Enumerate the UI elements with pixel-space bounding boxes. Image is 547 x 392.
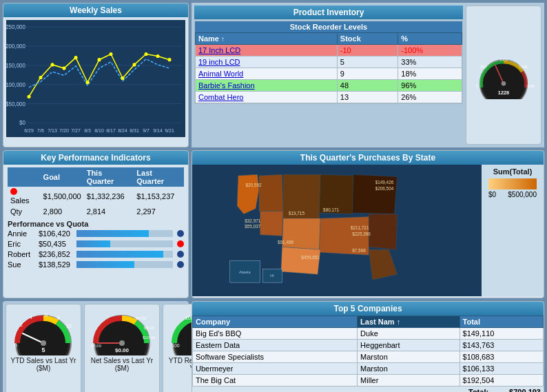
col-name[interactable]: Name ↑: [196, 33, 338, 45]
svg-text:$149,426: $149,426: [375, 180, 394, 185]
top5-title: Top 5 Companies: [192, 302, 544, 316]
svg-text:$200,000: $200,000: [6, 43, 25, 50]
weekly-sales-title: Weekly Sales: [3, 3, 188, 17]
svg-text:$211,721: $211,721: [351, 225, 369, 230]
svg-point-35: [145, 52, 148, 56]
top5-col-lastname[interactable]: Last Nam ↑: [358, 316, 460, 328]
top5-cell-total: $106,133: [460, 363, 543, 375]
perf-bar: [76, 261, 134, 268]
legend-color-bar: [488, 178, 537, 189]
table-row: Eastern DataHeggenbart$143,763: [193, 340, 544, 351]
svg-point-28: [63, 66, 66, 70]
gauge-net-sales-svg: $0.00 $4.00 $8.00 $10.00 $0.00: [87, 307, 156, 355]
inv-row-name[interactable]: 19 inch LCD: [196, 56, 338, 68]
top5-col-total[interactable]: Total: [460, 316, 543, 328]
svg-text:$50,000: $50,000: [6, 101, 25, 107]
perf-value: $106,420: [39, 229, 76, 238]
kpi-sales-thisq: $1,332,236: [84, 187, 134, 206]
inv-row-name[interactable]: 17 Inch LCD: [196, 45, 338, 56]
svg-point-32: [110, 52, 113, 56]
svg-text:100: 100: [172, 343, 180, 348]
top5-cell-company: The Big Cat: [193, 375, 358, 386]
kpi-title: Key Performance Indicators: [3, 151, 188, 165]
gauge-ytd-sales: 0 2 4 6 8 10 5 YTD Sales vs Last Yr ($M): [6, 304, 81, 392]
performance-rows: Annie $106,420 Eric $50,435 Robert $236,…: [8, 229, 184, 269]
kpi-content: Goal This Quarter Last Quarter Sales $1,…: [3, 165, 188, 274]
svg-text:6: 6: [45, 313, 48, 318]
svg-text:$19,715: $19,715: [289, 211, 305, 216]
perf-value: $236,852: [39, 250, 76, 258]
svg-point-79: [119, 340, 125, 346]
kpi-sales-row: Sales $1,500,000 $1,332,236 $1,153,237: [8, 187, 184, 206]
legend-max: $500,000: [508, 191, 537, 198]
svg-text:$459,651: $459,651: [301, 255, 320, 260]
top5-cell-company: Big Ed's BBQ: [193, 328, 358, 340]
perf-bar: [76, 251, 163, 258]
inv-row-name[interactable]: Animal World: [196, 68, 338, 80]
svg-point-29: [74, 56, 78, 59]
svg-point-33: [121, 76, 125, 80]
svg-text:7/27: 7/27: [71, 128, 81, 134]
perf-value: $50,435: [39, 240, 76, 248]
inv-row-name[interactable]: Barbie's Fashion: [196, 80, 338, 92]
inventory-table-section: Product Inventory Stock Reorder Levels N…: [194, 6, 463, 145]
perf-bar: [76, 240, 110, 247]
kpi-col-blank: [8, 167, 41, 187]
inventory-table-wrapper: Stock Reorder Levels Name ↑ Stock % 17 I…: [194, 21, 463, 104]
svg-text:8/3: 8/3: [84, 128, 91, 134]
top5-cell-lastName: Marston: [358, 363, 460, 375]
svg-text:$250,000: $250,000: [6, 24, 25, 30]
top5-cell-lastName: Duke: [358, 328, 460, 340]
inv-row-name[interactable]: Combat Hero: [196, 92, 338, 103]
table-row: The Big CatMiller$192,504: [193, 375, 544, 386]
perf-row: Annie $106,420: [8, 229, 184, 238]
map-area: Alaska HI $20,592 $149,426 $206,504 $32,…: [192, 165, 482, 296]
perf-dot: [177, 240, 184, 247]
table-row: UbermeyerMarston$106,133: [193, 363, 544, 375]
inventory-table: Name ↑ Stock % 17 Inch LCD-10-100%19 inc…: [195, 32, 462, 103]
perf-bar: [76, 230, 149, 237]
top5-col-company[interactable]: Company: [193, 316, 358, 328]
svg-text:$0.00: $0.00: [115, 347, 130, 353]
svg-text:$91,496: $91,496: [278, 240, 293, 245]
kpi-sales-label: Sales: [8, 187, 41, 206]
col-stock[interactable]: Stock: [337, 33, 398, 45]
top5-cell-company: Software Specialists: [193, 351, 358, 363]
weekly-sales-panel: Weekly Sales $250,000 $200,000 $150,000 …: [3, 3, 189, 147]
top5-cell-lastName: Miller: [358, 375, 460, 386]
svg-text:10: 10: [66, 324, 72, 329]
kpi-sales-goal: $1,500,000: [41, 187, 84, 206]
svg-text:$32,971: $32,971: [245, 218, 260, 223]
kpi-qty-label: Qty: [8, 206, 41, 217]
gauge-net-sales: $0.00 $4.00 $8.00 $10.00 $0.00 Net Sales…: [84, 304, 160, 392]
reorder-subtitle: Stock Reorder Levels: [195, 21, 462, 32]
table-row: Big Ed's BBQDuke$149,110: [193, 328, 544, 340]
perf-dot: [177, 230, 184, 237]
us-map-svg: Alaska HI $20,592 $149,426 $206,504 $32,…: [192, 165, 482, 296]
kpi-col-thisq: This Quarter: [84, 167, 134, 187]
perf-name: Eric: [8, 240, 39, 248]
legend-min: $0: [488, 191, 496, 198]
product-inventory-panel: Product Inventory Stock Reorder Levels N…: [192, 3, 544, 147]
svg-text:1228: 1228: [498, 90, 509, 96]
map-panel: This Quarter's Purchases By State: [192, 150, 544, 298]
svg-point-37: [168, 58, 172, 61]
svg-text:9/21: 9/21: [165, 128, 174, 134]
top5-cell-lastName: Marston: [358, 351, 460, 363]
svg-text:2: 2: [20, 322, 23, 327]
svg-point-26: [39, 76, 43, 79]
perf-row: Sue $138,529: [8, 260, 184, 269]
inv-row-pct: 33%: [398, 56, 462, 68]
svg-text:9/14: 9/14: [153, 128, 163, 134]
map-legend: Sum(Total) $0 $500,000: [482, 165, 544, 296]
perf-bar-bg: [76, 261, 173, 268]
perf-row: Eric $50,435: [8, 240, 184, 248]
svg-text:9/7: 9/7: [143, 128, 149, 134]
col-pct[interactable]: %: [398, 33, 462, 45]
svg-point-68: [41, 340, 46, 346]
legend-labels: $0 $500,000: [488, 191, 537, 198]
gauge-net-sales-label: Net Sales vs Last Yr ($M): [87, 357, 156, 372]
svg-text:8: 8: [57, 316, 60, 320]
perf-bar-bg: [76, 240, 173, 247]
kpi-qty-thisq: 2,814: [84, 206, 134, 217]
